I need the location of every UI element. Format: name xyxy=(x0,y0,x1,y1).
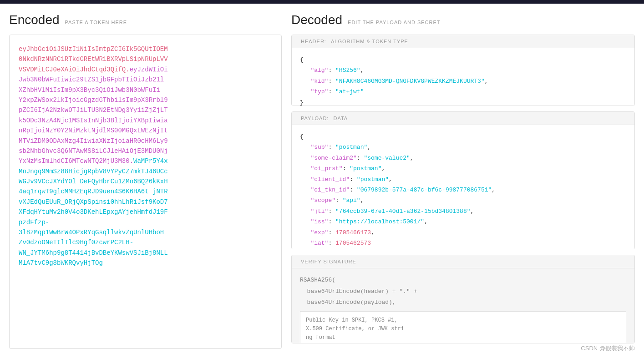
left-panel-header: Encoded PASTE A TOKEN HERE xyxy=(9,13,282,27)
payload-section-content[interactable]: { "sub": "postman", "some-claim2": "some… xyxy=(292,125,634,249)
decoded-subtitle: EDIT THE PAYLOAD AND SECRET xyxy=(348,20,440,25)
public-key-input[interactable]: Public Key in SPKI, PKCS #1, X.509 Certi… xyxy=(300,311,626,343)
token-part2: eyJzdWIiOi Jwb3N0bWFuIiwic29tZS1jbGFpbTI… xyxy=(19,66,168,165)
header-section: HEADER: ALGORITHM & TOKEN TYPE { "alg": … xyxy=(291,35,635,106)
header-section-content[interactable]: { "alg": "RS256", "kid": "NFAKH8C46GMG3M… xyxy=(292,48,634,106)
right-panel-header: Decoded EDIT THE PAYLOAD AND SECRET xyxy=(291,13,635,27)
verify-section: VERIFY SIGNATURE RSASHA256( base64UrlEnc… xyxy=(291,255,635,343)
payload-section-label: PAYLOAD: DATA xyxy=(292,112,634,125)
encoded-subtitle: PASTE A TOKEN HERE xyxy=(65,20,127,25)
payload-section: PAYLOAD: DATA { "sub": "postman", "some-… xyxy=(291,111,635,249)
top-bar xyxy=(0,0,644,4)
watermark: CSDN @假装我不帅 xyxy=(581,344,635,353)
encoded-title: Encoded xyxy=(9,13,60,27)
left-panel: Encoded PASTE A TOKEN HERE eyJhbGciOiJSU… xyxy=(0,4,282,358)
decoded-title: Decoded xyxy=(291,13,342,27)
header-section-label: HEADER: ALGORITHM & TOKEN TYPE xyxy=(292,35,634,48)
right-panel: Decoded EDIT THE PAYLOAD AND SECRET HEAD… xyxy=(282,4,644,358)
verify-section-label: VERIFY SIGNATURE xyxy=(292,255,634,268)
encoded-token-box[interactable]: eyJhbGciOiJSUzI1NiIsImtpZCI6Ik5GQUtIOEM … xyxy=(9,35,282,349)
verify-section-content: RSASHA256( base64UrlEncode(header) + "."… xyxy=(292,268,634,343)
token-part3: WaMPr5Y4x MnJngq9MmSz88HicjgRpbV8VYPyCZ7… xyxy=(19,157,168,267)
main-layout: Encoded PASTE A TOKEN HERE eyJhbGciOiJSU… xyxy=(0,4,644,358)
